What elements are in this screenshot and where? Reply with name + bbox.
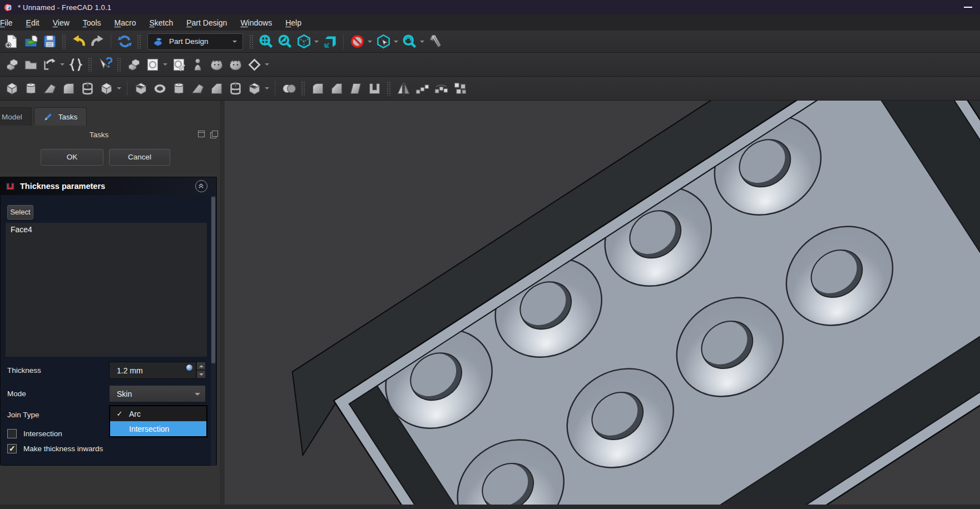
- additive-helix-icon[interactable]: [78, 79, 96, 97]
- toolbar-grip[interactable]: [88, 57, 92, 72]
- workbench-selector[interactable]: Part Design: [147, 33, 243, 50]
- chamfer-icon[interactable]: [328, 79, 345, 97]
- 3d-viewport[interactable]: [225, 101, 980, 505]
- additive-pipe-icon[interactable]: [60, 79, 77, 97]
- menu-edit[interactable]: Edit: [21, 16, 45, 29]
- additive-loft-icon[interactable]: [41, 79, 58, 97]
- subtractive-helix-icon[interactable]: [226, 79, 244, 97]
- whats-this-icon[interactable]: [96, 56, 113, 73]
- draw-style-icon[interactable]: [348, 33, 366, 51]
- fillet-icon[interactable]: [309, 79, 326, 97]
- make-thickness-inwards-checkbox[interactable]: [7, 444, 17, 453]
- face-list-item[interactable]: Face4: [6, 223, 207, 236]
- sync-view-icon[interactable]: [321, 33, 339, 51]
- subtractive-loft-icon[interactable]: [189, 79, 206, 97]
- subtractive-primitive-dropdown-arrow[interactable]: [264, 79, 270, 97]
- make-link-icon[interactable]: [41, 56, 58, 73]
- zoom-dropdown-arrow[interactable]: [419, 33, 425, 51]
- panel-splitter[interactable]: [220, 101, 225, 505]
- taskbox-scrollbar[interactable]: [211, 196, 216, 466]
- pocket-icon[interactable]: [132, 79, 150, 97]
- select-button[interactable]: Select: [7, 205, 33, 219]
- hole-icon[interactable]: [151, 79, 169, 97]
- menu-tools[interactable]: Tools: [77, 16, 107, 29]
- toolbar-grip[interactable]: [301, 81, 305, 96]
- menu-macro[interactable]: Macro: [109, 16, 142, 29]
- create-shapebinder-icon[interactable]: [207, 56, 225, 73]
- toolbar-grip[interactable]: [249, 34, 254, 49]
- datum-dropdown-arrow[interactable]: [264, 56, 270, 73]
- toolbar-grip[interactable]: [62, 34, 66, 49]
- additive-primitive-dropdown-arrow[interactable]: [116, 79, 122, 97]
- boolean-operation-icon[interactable]: [280, 79, 298, 97]
- create-body-icon[interactable]: [125, 56, 142, 73]
- float-panel-icon[interactable]: [210, 131, 217, 137]
- minimize-button[interactable]: [964, 7, 972, 8]
- tab-model[interactable]: Model: [0, 107, 32, 126]
- thickness-input[interactable]: 1.2 mm: [109, 362, 196, 379]
- create-varset-icon[interactable]: [67, 56, 85, 73]
- link-dropdown-arrow[interactable]: [59, 56, 65, 73]
- cancel-button[interactable]: Cancel: [109, 149, 170, 166]
- additive-primitive-icon[interactable]: [97, 79, 115, 97]
- save-document-icon[interactable]: [41, 33, 58, 51]
- join-type-option-intersection[interactable]: Intersection: [110, 421, 206, 436]
- sketch-dropdown-arrow[interactable]: [162, 56, 168, 73]
- revolution-icon[interactable]: [22, 79, 39, 97]
- create-subshapebinder-icon[interactable]: [226, 56, 244, 73]
- menu-part-design[interactable]: Part Design: [181, 16, 232, 29]
- mode-select[interactable]: Skin: [109, 385, 206, 402]
- subtractive-primitive-icon[interactable]: [245, 79, 263, 97]
- menu-help[interactable]: Help: [280, 16, 307, 29]
- taskbox-header[interactable]: Thickness parameters: [1, 177, 216, 195]
- create-datum-icon[interactable]: [245, 56, 263, 73]
- menu-sketch[interactable]: Sketch: [143, 16, 179, 29]
- menu-windows[interactable]: Windows: [235, 16, 278, 29]
- refresh-icon[interactable]: [116, 33, 133, 51]
- new-document-icon[interactable]: [3, 33, 21, 51]
- create-clone-icon[interactable]: [189, 56, 206, 73]
- fit-all-icon[interactable]: [257, 33, 275, 51]
- create-sketch-icon[interactable]: [143, 56, 161, 73]
- groove-icon[interactable]: [170, 79, 187, 97]
- scrollbar-thumb[interactable]: [211, 197, 215, 363]
- mirrored-icon[interactable]: [394, 79, 412, 97]
- subtractive-pipe-icon[interactable]: [207, 79, 225, 97]
- thickness-inwards-checkbox-row[interactable]: Make thickness inwards: [7, 444, 103, 453]
- linear-pattern-icon[interactable]: [413, 79, 431, 97]
- toolbar-grip[interactable]: [387, 81, 391, 96]
- toolbar-grip[interactable]: [117, 57, 121, 72]
- face-list[interactable]: Face4: [6, 223, 207, 357]
- create-part-icon[interactable]: [3, 56, 21, 73]
- tab-tasks[interactable]: Tasks: [34, 107, 87, 126]
- panel-title-bar[interactable]: Tasks: [0, 127, 220, 142]
- expression-icon[interactable]: [186, 365, 192, 371]
- menu-file[interactable]: File: [0, 16, 18, 29]
- intersection-checkbox-row[interactable]: Intersection: [7, 429, 62, 438]
- collapse-button[interactable]: [195, 180, 207, 192]
- redo-icon[interactable]: [88, 33, 106, 51]
- polar-pattern-icon[interactable]: [432, 79, 450, 97]
- multitransform-icon[interactable]: [451, 79, 469, 97]
- fit-selection-icon[interactable]: [276, 33, 294, 51]
- thickness-icon[interactable]: [365, 79, 383, 97]
- spin-up-button[interactable]: [196, 362, 206, 370]
- dock-panel-icon[interactable]: [198, 131, 205, 137]
- measure-icon[interactable]: [427, 33, 444, 51]
- pad-icon[interactable]: [3, 79, 21, 97]
- intersection-checkbox[interactable]: [7, 429, 17, 438]
- undo-icon[interactable]: [70, 33, 87, 51]
- axonometric-view-icon[interactable]: [295, 33, 313, 51]
- title-bar[interactable]: * Unnamed - FreeCAD 1.0.1: [0, 0, 980, 14]
- ok-button[interactable]: OK: [41, 149, 103, 166]
- open-document-icon[interactable]: [22, 33, 39, 51]
- axonometric-dropdown-arrow[interactable]: [313, 33, 319, 51]
- zoom-tools-icon[interactable]: [400, 33, 418, 51]
- toolbar-grip[interactable]: [137, 34, 141, 49]
- selection-dropdown-arrow[interactable]: [393, 33, 399, 51]
- menu-view[interactable]: View: [47, 16, 75, 29]
- create-group-icon[interactable]: [22, 56, 39, 73]
- draft-icon[interactable]: [347, 79, 364, 97]
- draw-style-dropdown-arrow[interactable]: [367, 33, 373, 51]
- box-element-selection-icon[interactable]: [374, 33, 392, 51]
